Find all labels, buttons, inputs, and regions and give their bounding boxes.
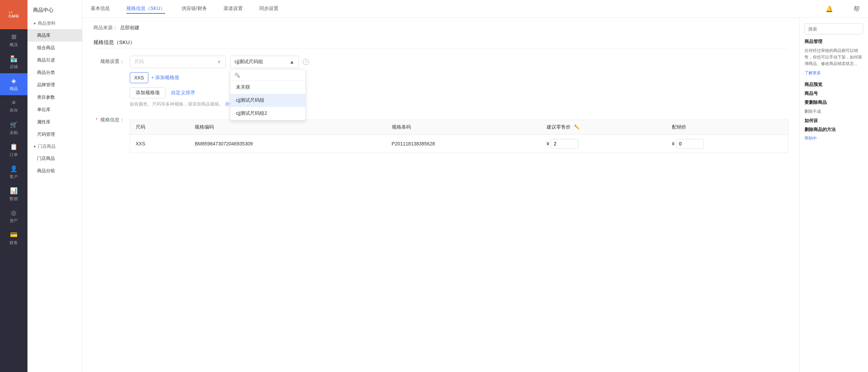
right-title-howto: 如何设 <box>804 118 863 124</box>
sidebar-item-store[interactable]: 🏪 店铺 <box>0 51 27 73</box>
cell-size: XXS <box>130 135 190 153</box>
search-icon: 🔍 <box>235 73 240 78</box>
custom-sort-link[interactable]: 自定义排序 <box>171 90 195 96</box>
sub-section-products[interactable]: ▼ 商品资料 <box>27 18 82 29</box>
sidebar-item-data[interactable]: 📊 数据 <box>0 183 27 205</box>
retail-price-input[interactable] <box>551 139 578 149</box>
asset-icon: ◎ <box>11 209 16 217</box>
chevron-down-icon: ▼ <box>217 59 221 65</box>
search-input[interactable] <box>804 23 863 34</box>
sub-item-product-group[interactable]: 商品分组 <box>27 165 82 177</box>
content-area: 商品来源： 总部创建 规格信息（SKU） 规格设置： 尺码 ▼ <box>82 18 799 372</box>
source-value: 总部创建 <box>120 25 139 31</box>
dropdown-item-group1[interactable]: cjj测试尺码组 <box>230 94 305 107</box>
sidebar-label-data: 数据 <box>10 196 18 202</box>
add-spec-item-btn[interactable]: 添加规格项 <box>130 87 165 98</box>
spec-setting-row: 规格设置： 尺码 ▼ cjj测试尺码组 ▲ <box>93 56 788 107</box>
sidebar-item-inventory[interactable]: ≡ 库存 <box>0 95 27 117</box>
sub-sidebar-title: 商品中心 <box>27 0 82 18</box>
edit-price-icon[interactable]: ✏️ <box>574 124 580 130</box>
col-barcode: 规格条码 <box>386 120 541 135</box>
expand-icon: ▼ <box>33 22 36 25</box>
sidebar-item-purchase[interactable]: 🛒 采购 <box>0 117 27 139</box>
sidebar-label-purchase: 采购 <box>10 130 18 136</box>
spec-select-group[interactable]: cjj测试尺码组 ▲ <box>230 56 299 68</box>
top-nav: 基本信息 规格信息（SKU） 供应链/财务 渠道设置 同步设置 🔔 帮 <box>82 0 868 18</box>
sub-item-category[interactable]: 商品分类 <box>27 66 82 79</box>
required-star: * <box>96 117 98 122</box>
sidebar-item-customer[interactable]: 👤 客户 <box>0 161 27 183</box>
right-title-product-mgmt: 商品管理 <box>804 39 863 45</box>
sidebar-label-asset: 资产 <box>10 218 18 224</box>
sub-item-import[interactable]: 商品引进 <box>27 54 82 66</box>
hint-text-content: 如有颜色、尺码等多种规格，请添加商品规格。 <box>130 101 224 107</box>
spec-select-placeholder: 尺码 <box>134 59 144 65</box>
right-section-delete-method: 删除商品的方法 <box>804 127 863 133</box>
sub-item-product-lib[interactable]: 商品库 <box>27 29 82 42</box>
sub-item-unit-lib[interactable]: 单位库 <box>27 103 82 116</box>
dist-price-input[interactable] <box>676 139 704 149</box>
sub-section-store-product[interactable]: ▼ 门店商品 <box>27 141 82 152</box>
right-text-delete: 删除不成 <box>804 108 863 115</box>
sidebar-label-finance: 财务 <box>10 240 18 246</box>
chevron-up-icon: ▲ <box>289 59 294 65</box>
sub-item-brand[interactable]: 品牌管理 <box>27 79 82 91</box>
right-title-delete: 要删除商品 <box>804 99 863 106</box>
right-link-help[interactable]: 帮助中 <box>804 135 863 141</box>
help-circle-icon[interactable]: ? <box>303 59 309 65</box>
sidebar-item-asset[interactable]: ◎ 资产 <box>0 205 27 227</box>
spec-dropdown-container: cjj测试尺码组 ▲ 🔍 未关联 cjj测试尺码组 cjj测试尺码组2 <box>230 56 299 68</box>
sidebar-item-finance[interactable]: 💳 财务 <box>0 227 27 249</box>
spec-tag-label: XXS <box>134 75 144 80</box>
dropdown-search-area: 🔍 <box>230 70 305 81</box>
logo-name: CAFE <box>9 14 19 19</box>
spec-info-label: * 规格信息： <box>93 114 124 123</box>
source-row: 商品来源： 总部创建 <box>93 25 788 31</box>
source-label: 商品来源： <box>93 25 117 31</box>
spec-select-size[interactable]: 尺码 ▼ <box>130 56 226 68</box>
col-code: 规格编码 <box>189 120 386 135</box>
right-panel: 商品管理 任何经过审核的商品都可以销售，你也可以手动下架，如何新增商品、修改商品… <box>799 18 868 372</box>
col-size: 尺码 <box>130 120 190 135</box>
sidebar-item-order[interactable]: 📋 订单 <box>0 139 27 161</box>
sub-item-attr-lib[interactable]: 属性库 <box>27 116 82 128</box>
sub-item-size-mgmt[interactable]: 尺码管理 <box>27 128 82 141</box>
sidebar-item-product[interactable]: ◈ 商品 <box>0 73 27 95</box>
tab-sku[interactable]: 规格信息（SKU） <box>126 4 165 14</box>
spec-tag-xxs[interactable]: XXS <box>130 72 148 83</box>
tab-channel[interactable]: 渠道设置 <box>224 4 243 14</box>
finance-icon: 💳 <box>10 231 18 239</box>
sub-sidebar: 商品中心 ▼ 商品资料 商品库 组合商品 商品引进 商品分类 品牌管理 类目参数… <box>27 0 82 372</box>
customer-icon: 👤 <box>10 165 18 173</box>
right-link-learn-more[interactable]: 了解更多 <box>804 70 863 76</box>
spec-hint: 如有颜色、尺码等多种规格，请添加商品规格。 示例 <box>130 101 788 107</box>
logo: 3.0 CAFE <box>0 0 27 29</box>
dropdown-item-unlinked[interactable]: 未关联 <box>230 81 305 94</box>
tab-sync[interactable]: 同步设置 <box>259 4 278 14</box>
sub-item-type-params[interactable]: 类目参数 <box>27 91 82 103</box>
tab-supply[interactable]: 供应链/财务 <box>182 4 207 14</box>
sidebar-item-overview[interactable]: ⊞ 概况 <box>0 29 27 51</box>
bell-icon[interactable]: 🔔 <box>825 5 833 13</box>
tab-basic[interactable]: 基本信息 <box>91 4 110 14</box>
help-icon-top[interactable]: 帮 <box>854 5 860 13</box>
cell-code: BM8598473072046935309 <box>189 135 386 153</box>
add-spec-value-btn[interactable]: + 添加规格值 <box>151 75 179 81</box>
sub-item-store-product[interactable]: 门店商品 <box>27 152 82 165</box>
sidebar-label-overview: 概况 <box>10 42 18 48</box>
main-area: 基本信息 规格信息（SKU） 供应链/财务 渠道设置 同步设置 🔔 帮 商品来源… <box>82 0 868 372</box>
cell-dist-price: ¥ <box>666 135 788 153</box>
sub-item-combo[interactable]: 组合商品 <box>27 42 82 54</box>
sidebar-label-store: 店铺 <box>10 64 18 70</box>
spec-selectors: 尺码 ▼ cjj测试尺码组 ▲ 🔍 <box>130 56 788 68</box>
dropdown-item-group2[interactable]: cjj测试尺码组2 <box>230 107 305 120</box>
sidebar-label-inventory: 库存 <box>10 108 18 113</box>
logo-version: 3.0 <box>9 11 19 14</box>
right-section-delete: 要删除商品 删除不成 <box>804 99 863 115</box>
right-title-delete-method: 删除商品的方法 <box>804 127 863 133</box>
store-icon: 🏪 <box>10 55 18 63</box>
table-row: XXS BM8598473072046935309 P2011181383856… <box>130 135 788 153</box>
cell-barcode: P201118138385628 <box>386 135 541 153</box>
right-title-preview: 商品预览 <box>804 81 863 88</box>
inventory-icon: ≡ <box>12 99 16 106</box>
